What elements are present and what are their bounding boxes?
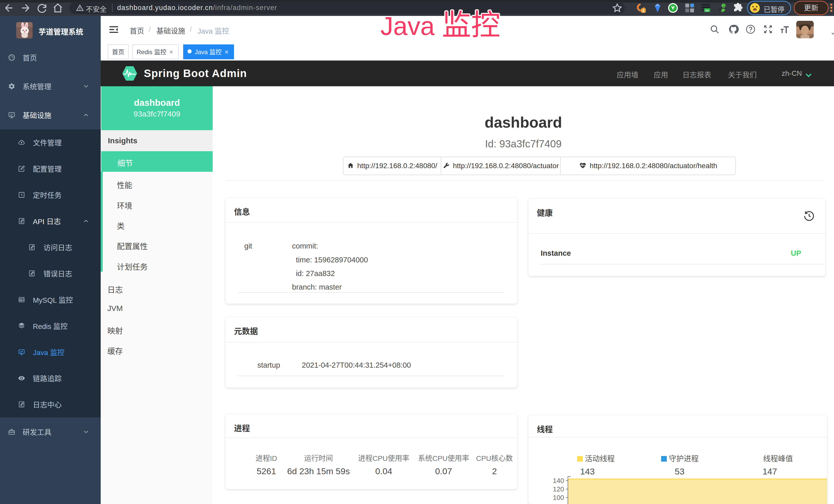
svg-text:on: on	[705, 9, 709, 12]
svg-text:1: 1	[642, 8, 644, 13]
